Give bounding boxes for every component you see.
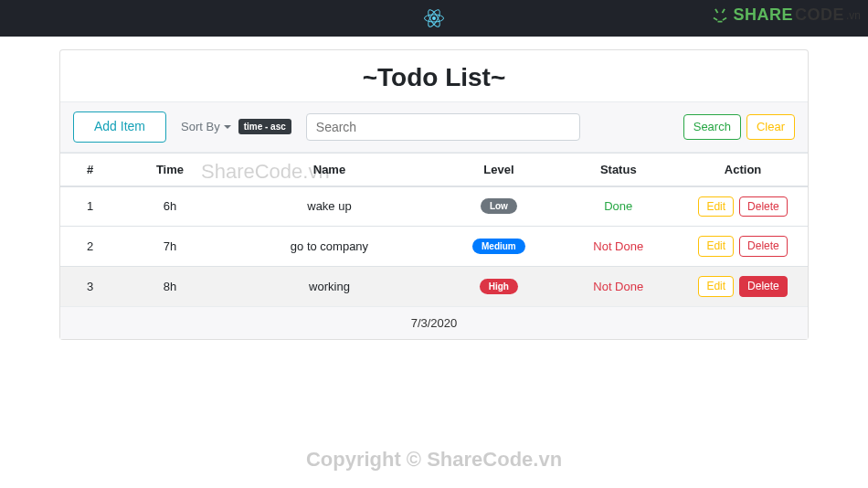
level-badge: High <box>480 279 518 294</box>
brand-share: SHARE <box>733 5 793 25</box>
cell-name: working <box>220 267 439 306</box>
todo-card: ~Todo List~ Add Item Sort By time - asc … <box>59 49 809 340</box>
status-text: Not Done <box>593 280 643 293</box>
cell-time: 7h <box>120 227 219 267</box>
status-text: Done <box>604 199 632 213</box>
clear-button[interactable]: Clear <box>746 114 795 140</box>
cell-status: Not Done <box>558 267 678 306</box>
recycle-icon <box>711 6 729 25</box>
table-row: 27hgo to companyMediumNot DoneEditDelete <box>60 227 808 267</box>
cell-status: Not Done <box>558 227 678 267</box>
delete-button[interactable]: Delete <box>739 236 788 257</box>
sort-dropdown[interactable]: Sort By <box>181 120 231 133</box>
cell-index: 2 <box>60 227 120 267</box>
edit-button[interactable]: Edit <box>698 276 734 297</box>
cell-action: EditDelete <box>678 186 808 227</box>
cell-time: 6h <box>120 186 219 227</box>
page-title: ~Todo List~ <box>60 50 808 101</box>
react-logo-icon <box>424 8 444 28</box>
edit-button[interactable]: Edit <box>698 196 734 217</box>
cell-status: Done <box>558 186 678 227</box>
brand-badge: SHARECODE.vn <box>711 5 861 25</box>
caret-down-icon <box>224 125 231 129</box>
th-action: Action <box>678 153 808 186</box>
todo-table: # Time Name Level Status Action 16hwake … <box>60 153 808 306</box>
cell-time: 8h <box>120 267 219 306</box>
table-row: 16hwake upLowDoneEditDelete <box>60 186 808 227</box>
search-input[interactable] <box>306 113 580 141</box>
cell-level: Low <box>439 186 558 227</box>
delete-button[interactable]: Delete <box>739 276 788 297</box>
th-level: Level <box>439 153 558 186</box>
cell-level: High <box>439 267 558 306</box>
brand-code: CODE <box>795 5 844 25</box>
cell-level: Medium <box>439 227 558 267</box>
sort-group: Sort By time - asc <box>181 119 291 134</box>
main-container: ~Todo List~ Add Item Sort By time - asc … <box>59 49 809 340</box>
sort-label: Sort By <box>181 120 220 133</box>
toolbar: Add Item Sort By time - asc Search Clear <box>60 101 808 153</box>
card-footer: 7/3/2020 <box>60 306 808 339</box>
brand-vn: .vn <box>846 9 861 22</box>
search-button[interactable]: Search <box>683 114 741 140</box>
level-badge: Low <box>481 198 517 214</box>
th-name: Name <box>220 153 439 186</box>
cell-name: wake up <box>220 186 439 227</box>
svg-point-0 <box>432 16 436 20</box>
edit-button[interactable]: Edit <box>698 236 734 257</box>
delete-button[interactable]: Delete <box>739 196 788 217</box>
level-badge: Medium <box>472 239 525 254</box>
th-time: Time <box>120 153 219 186</box>
sort-badge: time - asc <box>238 119 291 134</box>
status-text: Not Done <box>593 239 643 253</box>
th-status: Status <box>558 153 678 186</box>
table-row: 38hworkingHighNot DoneEditDelete <box>60 267 808 306</box>
cell-name: go to company <box>220 227 439 267</box>
search-actions: Search Clear <box>683 114 795 140</box>
table-body: 16hwake upLowDoneEditDelete27hgo to comp… <box>60 186 808 306</box>
th-index: # <box>60 153 120 186</box>
cell-index: 3 <box>60 267 120 306</box>
add-item-button[interactable]: Add Item <box>73 111 166 143</box>
cell-action: EditDelete <box>678 227 808 267</box>
cell-index: 1 <box>60 186 120 227</box>
table-header-row: # Time Name Level Status Action <box>60 153 808 186</box>
cell-action: EditDelete <box>678 267 808 306</box>
watermark-footer: Copyright © ShareCode.vn <box>0 448 868 472</box>
